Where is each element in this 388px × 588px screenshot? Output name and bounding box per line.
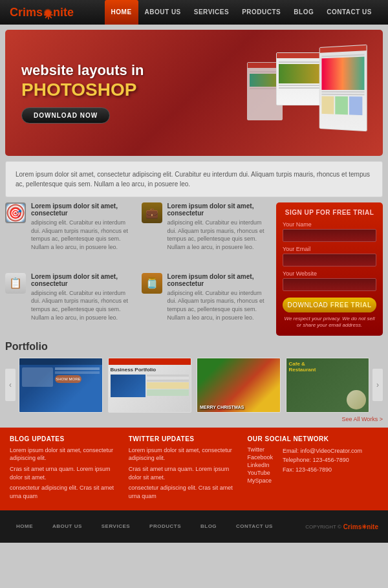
feature-body-2: adipiscing elit. Curabitur eu interdum d… bbox=[167, 219, 270, 251]
nav-contact[interactable]: CONTACT US bbox=[320, 0, 378, 25]
footer-top: BLOG UPDATES Lorem ipsum dolor sit amet,… bbox=[0, 428, 388, 511]
briefcase-icon: 💼 bbox=[142, 202, 162, 223]
footer-nav-services[interactable]: SERVICES bbox=[95, 514, 136, 539]
feature-text-2: Lorem ipsum dolor sit amet, consectetur … bbox=[167, 202, 270, 265]
footer-nav-blog[interactable]: BLOG bbox=[194, 514, 223, 539]
hero-banner: website layouts in PHOTOSHOP DOWNLOAD NO… bbox=[5, 30, 383, 156]
nav-about[interactable]: ABOUT US bbox=[138, 0, 188, 25]
see-all-works[interactable]: See All Works > bbox=[5, 416, 383, 422]
name-input[interactable] bbox=[283, 229, 376, 242]
download-trial-button[interactable]: DOWNLOAD FREE TRIAL bbox=[283, 298, 376, 312]
blog-text2: Cras sit amet urna quam. Lorem ipsum dol… bbox=[10, 465, 119, 481]
feature-title-3: Lorem ipsum dolor sit amet, consectetur bbox=[31, 273, 134, 287]
footer-nav-home[interactable]: HOME bbox=[10, 514, 39, 539]
twitter-text1: Lorem ipsum dolor sit amet, consectetur … bbox=[129, 446, 238, 463]
email-label: Your Email bbox=[283, 246, 376, 252]
social-youtube[interactable]: YouTube bbox=[248, 470, 274, 476]
portfolio-next-arrow[interactable]: › bbox=[372, 369, 383, 401]
feature-body-3: adipiscing elit. Curabitur eu interdum d… bbox=[31, 289, 134, 321]
social-twitter[interactable]: Twitter bbox=[248, 446, 274, 453]
pi2-header bbox=[109, 358, 191, 365]
nav-blog[interactable]: BLOG bbox=[287, 0, 320, 25]
signup-box: SIGN UP FOR FREE TRIAL Your Name Your Em… bbox=[276, 202, 383, 336]
hero-line1: website layouts in bbox=[21, 62, 144, 78]
portfolio-wrapper: ‹ SHOW MORE Business Portfolio bbox=[5, 358, 383, 413]
logo-text-before: Crims bbox=[10, 6, 43, 19]
feature-item-3: 📋 Lorem ipsum dolor sit amet, consectetu… bbox=[5, 273, 134, 336]
portfolio-heading: Portfolio bbox=[5, 341, 383, 353]
features-grid: 🎯 Lorem ipsum dolor sit amet, consectetu… bbox=[5, 202, 270, 336]
jar-icon: 🫙 bbox=[142, 273, 162, 294]
feature-body-1: adipiscing elit. Curabitur eu interdum d… bbox=[31, 219, 134, 251]
feature-text-4: Lorem ipsum dolor sit amet, consectetur … bbox=[167, 273, 270, 336]
feature-item-4: 🫙 Lorem ipsum dolor sit amet, consectetu… bbox=[142, 273, 270, 336]
feature-item-1: 🎯 Lorem ipsum dolor sit amet, consectetu… bbox=[5, 202, 134, 265]
free-trial-label: FREE TRIAL bbox=[330, 301, 372, 309]
social-links: Twitter Facebook LinkedIn YouTube MySpac… bbox=[248, 446, 379, 484]
portfolio-prev-arrow[interactable]: ‹ bbox=[5, 369, 16, 401]
download-label: DOWNLOAD bbox=[287, 301, 328, 309]
footer-social-col: OUR SOCIAL NETWORK Twitter Facebook Link… bbox=[248, 435, 379, 503]
hero-images bbox=[194, 43, 367, 143]
logo-text-after: nite bbox=[53, 6, 74, 19]
portfolio-item-4[interactable]: Cafe &Restaurant bbox=[286, 358, 370, 413]
portfolio-item-3[interactable]: MERRY CHRISTMAS bbox=[197, 358, 281, 413]
hero-download-button[interactable]: DOWNLOAD NOW bbox=[21, 107, 110, 124]
blog-text3: consectetur adipiscing elit. Cras sit am… bbox=[10, 484, 119, 500]
social-heading: OUR SOCIAL NETWORK bbox=[248, 435, 379, 442]
intro-section: Lorem ipsum dolor sit amet, consectetur … bbox=[5, 161, 383, 197]
feature-text-3: Lorem ipsum dolor sit amet, consectetur … bbox=[31, 273, 134, 336]
footer-bottom: HOME ABOUT US SERVICES PRODUCTS BLOG CON… bbox=[0, 510, 388, 543]
website-input[interactable] bbox=[283, 278, 376, 291]
clipboard-icon: 📋 bbox=[5, 273, 26, 294]
nav-services[interactable]: SERVICES bbox=[188, 0, 235, 25]
footer-nav-contact[interactable]: CONTACT US bbox=[230, 514, 279, 539]
feature-title-1: Lorem ipsum dolor sit amet, consectetur bbox=[31, 202, 134, 217]
features-section: 🎯 Lorem ipsum dolor sit amet, consectetu… bbox=[5, 202, 383, 336]
twitter-text3: consectetur adipiscing elit. Cras sit am… bbox=[129, 484, 238, 500]
privacy-text: We respect your privacy. We do not sell … bbox=[283, 316, 376, 329]
logo-star-icon: ✳ bbox=[43, 8, 52, 17]
logo: Crims✳nite bbox=[10, 6, 105, 19]
footer-nav-about[interactable]: ABOUT US bbox=[46, 514, 89, 539]
pi1-header bbox=[19, 358, 102, 365]
signup-heading: SIGN UP FOR FREE TRIAL bbox=[283, 209, 376, 216]
hero-screenshot-2 bbox=[319, 45, 367, 131]
contact-tel: Telephone: 123-456-7890 bbox=[283, 455, 362, 464]
nav-home[interactable]: HOME bbox=[105, 0, 138, 25]
twitter-heading: TWITTER UPDATES bbox=[129, 435, 238, 442]
portfolio-section: Portfolio ‹ SHOW MORE Business Portfolio bbox=[5, 341, 383, 422]
main-nav: HOME ABOUT US SERVICES PRODUCTS BLOG CON… bbox=[105, 0, 378, 25]
portfolio-items: SHOW MORE Business Portfolio bbox=[16, 358, 372, 413]
social-myspace[interactable]: MySpace bbox=[248, 477, 274, 484]
contact-info: Email: info@VideoCreator.com Telephone: … bbox=[283, 446, 362, 484]
email-input[interactable] bbox=[283, 254, 376, 267]
footer-nav-products[interactable]: PRODUCTS bbox=[143, 514, 188, 539]
twitter-text2: Cras sit amet urna quam. Lorem ipsum dol… bbox=[129, 465, 238, 481]
portfolio-item-1[interactable]: SHOW MORE bbox=[19, 358, 103, 413]
social-facebook[interactable]: Facebook bbox=[248, 454, 274, 461]
feature-body-4: adipiscing elit. Curabitur eu interdum d… bbox=[167, 289, 270, 321]
social-linkedin[interactable]: LinkedIn bbox=[248, 462, 274, 468]
footer-blog-col: BLOG UPDATES Lorem ipsum dolor sit amet,… bbox=[10, 435, 119, 503]
nav-products[interactable]: PRODUCTS bbox=[235, 0, 287, 25]
hero-text: website layouts in PHOTOSHOP DOWNLOAD NO… bbox=[21, 62, 194, 124]
copyright-text: COPYRIGHT © bbox=[305, 524, 341, 530]
header: Crims✳nite HOME ABOUT US SERVICES PRODUC… bbox=[0, 0, 388, 25]
portfolio-item-2[interactable]: Business Portfolio bbox=[108, 358, 192, 413]
footer-nav: HOME ABOUT US SERVICES PRODUCTS BLOG CON… bbox=[10, 514, 279, 539]
feature-title-4: Lorem ipsum dolor sit amet, consectetur bbox=[167, 273, 270, 287]
website-label: Your Website bbox=[283, 270, 376, 277]
intro-text: Lorem ipsum dolor sit amet, consectetur … bbox=[16, 169, 372, 189]
footer-logo: Crims✳nite bbox=[343, 523, 378, 530]
social-names: Twitter Facebook LinkedIn YouTube MySpac… bbox=[248, 446, 274, 484]
footer-twitter-col: TWITTER UPDATES Lorem ipsum dolor sit am… bbox=[129, 435, 238, 503]
blog-text1: Lorem ipsum dolor sit amet, consectetur … bbox=[10, 446, 119, 463]
feature-title-2: Lorem ipsum dolor sit amet, consectetur bbox=[167, 202, 270, 217]
contact-fax: Fax: 123-456-7890 bbox=[283, 465, 362, 474]
feature-text-1: Lorem ipsum dolor sit amet, consectetur … bbox=[31, 202, 134, 265]
blog-heading: BLOG UPDATES bbox=[10, 435, 119, 442]
hero-headline: website layouts in PHOTOSHOP bbox=[21, 62, 194, 101]
feature-item-2: 💼 Lorem ipsum dolor sit amet, consectetu… bbox=[142, 202, 270, 265]
footer-copyright: COPYRIGHT © Crims✳nite bbox=[305, 523, 378, 530]
